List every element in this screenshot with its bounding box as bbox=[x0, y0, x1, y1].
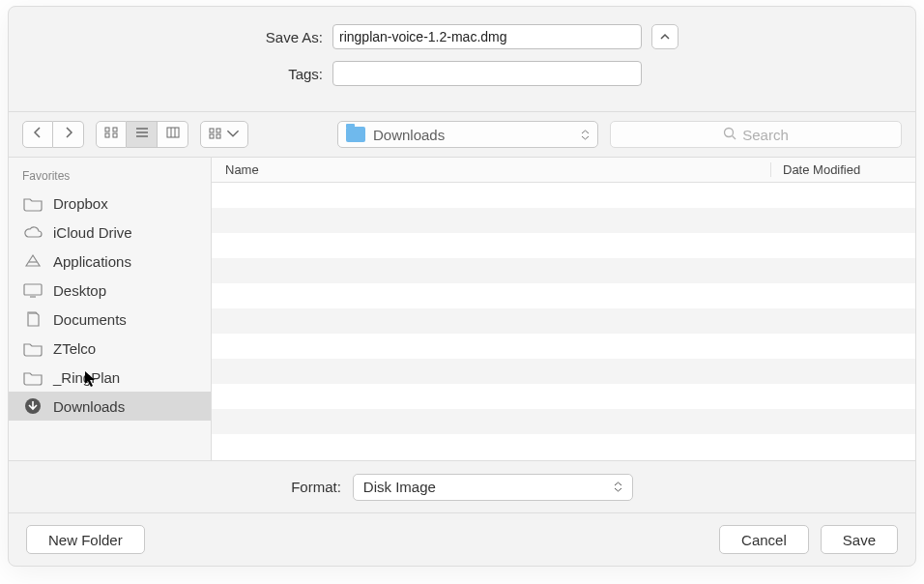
group-icon bbox=[209, 126, 222, 143]
view-group bbox=[96, 121, 188, 148]
sidebar-item-label: Documents bbox=[53, 311, 127, 328]
svg-rect-2 bbox=[105, 133, 109, 137]
sidebar-item-ztelco[interactable]: ZTelco bbox=[9, 334, 211, 363]
list-row bbox=[212, 258, 915, 283]
list-row bbox=[212, 409, 915, 434]
sidebar-item-label: Downloads bbox=[53, 398, 125, 415]
list-row bbox=[212, 283, 915, 308]
format-row: Format: Disk Image bbox=[9, 461, 915, 513]
folder-icon bbox=[22, 339, 43, 357]
list-icon bbox=[134, 126, 150, 143]
list-row bbox=[212, 233, 915, 258]
svg-rect-17 bbox=[24, 284, 42, 295]
chevron-down-icon bbox=[226, 126, 240, 143]
columns-icon bbox=[165, 126, 181, 143]
chevron-right-icon bbox=[61, 126, 76, 143]
path-label: Downloads bbox=[373, 127, 445, 143]
sidebar-item-desktop[interactable]: Desktop bbox=[9, 276, 211, 305]
svg-rect-13 bbox=[217, 134, 220, 138]
search-placeholder: Search bbox=[742, 127, 789, 143]
group-by-button[interactable] bbox=[200, 121, 248, 148]
toolbar: Downloads Search bbox=[9, 111, 915, 158]
format-value: Disk Image bbox=[363, 479, 436, 495]
svg-rect-11 bbox=[217, 129, 220, 132]
sidebar-section: Favorites bbox=[9, 165, 211, 189]
svg-rect-1 bbox=[113, 128, 117, 131]
top-fields: Save As: Tags: bbox=[9, 7, 915, 111]
list-row bbox=[212, 183, 915, 208]
sidebar-item-ringplan[interactable]: _RingPlan bbox=[9, 363, 211, 392]
folder-icon bbox=[346, 127, 365, 142]
list-row bbox=[212, 359, 915, 384]
collapse-button[interactable] bbox=[651, 24, 679, 49]
svg-rect-12 bbox=[210, 134, 214, 138]
tags-label: Tags: bbox=[245, 66, 323, 82]
chevron-up-icon bbox=[660, 28, 670, 45]
list-row bbox=[212, 334, 915, 359]
file-rows[interactable] bbox=[212, 183, 915, 460]
cancel-button[interactable]: Cancel bbox=[719, 525, 809, 554]
grid-icon bbox=[103, 126, 119, 143]
download-icon bbox=[22, 397, 43, 415]
stepper-icon bbox=[581, 130, 590, 140]
search-field[interactable]: Search bbox=[610, 121, 902, 148]
list-row bbox=[212, 208, 915, 233]
path-dropdown[interactable]: Downloads bbox=[337, 121, 598, 148]
list-row bbox=[212, 308, 915, 334]
sidebar-item-label: Applications bbox=[53, 253, 131, 270]
list-row bbox=[212, 434, 915, 459]
sidebar-item-dropbox[interactable]: Dropbox bbox=[9, 189, 211, 218]
save-as-label: Save As: bbox=[245, 29, 323, 45]
format-label: Format: bbox=[291, 479, 341, 495]
documents-icon bbox=[22, 310, 43, 328]
applications-icon bbox=[22, 252, 43, 270]
sidebar-item-icloud[interactable]: iCloud Drive bbox=[9, 218, 211, 247]
sidebar-item-downloads[interactable]: Downloads bbox=[9, 392, 211, 421]
svg-rect-10 bbox=[210, 129, 214, 132]
save-button[interactable]: Save bbox=[821, 525, 898, 554]
column-view-button[interactable] bbox=[158, 121, 188, 148]
back-button[interactable] bbox=[22, 121, 53, 148]
sidebar-item-label: iCloud Drive bbox=[53, 224, 132, 241]
list-header: Name Date Modified bbox=[212, 158, 915, 183]
save-as-input[interactable] bbox=[332, 24, 642, 49]
bottom-bar: New Folder Cancel Save bbox=[9, 513, 915, 566]
svg-rect-7 bbox=[167, 128, 179, 137]
svg-line-15 bbox=[733, 135, 736, 139]
sidebar-item-documents[interactable]: Documents bbox=[9, 305, 211, 334]
sidebar-item-applications[interactable]: Applications bbox=[9, 247, 211, 276]
search-icon bbox=[723, 127, 736, 143]
column-name[interactable]: Name bbox=[212, 162, 770, 177]
svg-rect-3 bbox=[113, 133, 117, 137]
tags-input[interactable] bbox=[332, 61, 642, 86]
list-row bbox=[212, 384, 915, 409]
desktop-icon bbox=[22, 281, 43, 299]
icon-view-button[interactable] bbox=[96, 121, 127, 148]
chevron-left-icon bbox=[30, 126, 45, 143]
file-list: Name Date Modified bbox=[212, 158, 915, 460]
svg-point-14 bbox=[725, 128, 734, 136]
nav-group bbox=[22, 121, 84, 148]
stepper-icon bbox=[614, 482, 622, 492]
sidebar: Favorites Dropbox iCloud Drive Applicati… bbox=[9, 158, 212, 460]
sidebar-item-label: Dropbox bbox=[53, 195, 108, 212]
forward-button[interactable] bbox=[53, 121, 84, 148]
sidebar-item-label: Desktop bbox=[53, 282, 106, 299]
save-dialog: Save As: Tags: bbox=[8, 6, 916, 567]
format-select[interactable]: Disk Image bbox=[353, 474, 633, 501]
new-folder-button[interactable]: New Folder bbox=[26, 525, 145, 554]
folder-icon bbox=[22, 194, 43, 212]
svg-rect-0 bbox=[105, 128, 109, 131]
list-view-button[interactable] bbox=[127, 121, 158, 148]
sidebar-item-label: ZTelco bbox=[53, 340, 96, 357]
cloud-icon bbox=[22, 223, 43, 241]
folder-icon bbox=[22, 368, 43, 386]
column-date[interactable]: Date Modified bbox=[770, 162, 915, 177]
